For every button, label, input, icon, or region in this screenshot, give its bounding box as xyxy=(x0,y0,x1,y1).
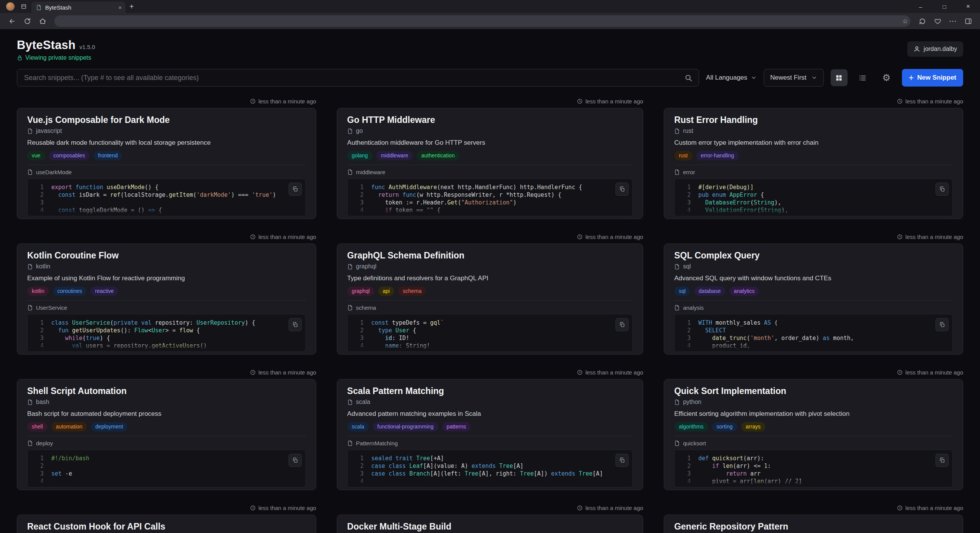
tag-pill[interactable]: shell xyxy=(27,422,47,432)
snippet-file[interactable]: useDarkMode xyxy=(27,168,306,176)
snippet-meta: less than a minute ago xyxy=(337,368,643,377)
address-bar[interactable]: ☆ xyxy=(54,15,910,27)
tag-pill[interactable]: authentication xyxy=(416,151,459,160)
tag-pill[interactable]: rust xyxy=(674,151,692,160)
snippet-card[interactable]: Kotlin Coroutine Flow kotlin Example of … xyxy=(17,244,316,355)
refresh-icon[interactable] xyxy=(21,15,34,28)
maximize-button[interactable]: □ xyxy=(933,0,956,13)
snippet-card[interactable]: GraphQL Schema Definition graphql Type d… xyxy=(337,244,643,355)
snippet-file[interactable]: quicksort xyxy=(674,440,953,447)
user-name: jordan.dalby xyxy=(924,46,957,52)
tag-pill[interactable]: error-handling xyxy=(696,151,739,160)
copy-button[interactable] xyxy=(289,183,302,196)
tag-pill[interactable]: coroutines xyxy=(53,286,87,296)
snippet-file[interactable]: error xyxy=(674,168,953,176)
copy-button[interactable] xyxy=(289,454,302,467)
profile-avatar[interactable] xyxy=(6,2,15,11)
copy-button[interactable] xyxy=(616,183,629,196)
snippet-cell: less than a minute ago Scala Pattern Mat… xyxy=(337,368,643,490)
grid-view-button[interactable] xyxy=(831,69,848,86)
tag-pill[interactable]: frontend xyxy=(93,151,122,160)
snippet-card[interactable]: Generic Repository Pattern c# xyxy=(664,515,963,533)
search-input[interactable] xyxy=(17,69,699,86)
code-lines: 1def quicksort(arr):2 if len(arr) <= 1:3… xyxy=(680,455,947,487)
tag-pill[interactable]: golang xyxy=(347,151,372,160)
tag-pill[interactable]: automation xyxy=(51,422,87,432)
tag-pill[interactable]: sql xyxy=(674,286,690,296)
privacy-status[interactable]: Viewing private snippets xyxy=(17,54,91,61)
snippet-card[interactable]: Docker Multi-Stage Build dockerfile xyxy=(337,515,643,533)
snippet-file[interactable]: PatternMatching xyxy=(347,440,633,447)
tag-pill[interactable]: analytics xyxy=(729,286,759,296)
snippet-card[interactable]: React Custom Hook for API Calls javascri… xyxy=(17,515,316,533)
tag-pill[interactable]: composables xyxy=(49,151,90,160)
snippet-timestamp: less than a minute ago xyxy=(905,98,963,105)
browser-tab[interactable]: ByteStash × xyxy=(31,2,126,13)
snippet-card[interactable]: Vue.js Composable for Dark Mode javascri… xyxy=(17,108,316,219)
snippet-card[interactable]: Shell Script Automation bash Bash script… xyxy=(17,379,316,490)
tag-pill[interactable]: reactive xyxy=(90,286,118,296)
snippet-tags: kotlincoroutinesreactive xyxy=(27,286,306,296)
user-icon xyxy=(913,46,920,52)
minimize-button[interactable]: – xyxy=(909,0,933,13)
code-file-icon xyxy=(27,128,33,134)
tag-pill[interactable]: vue xyxy=(27,151,45,160)
settings-gear-icon[interactable]: ⚙ xyxy=(878,69,895,86)
snippet-file[interactable]: deploy xyxy=(27,440,306,447)
tag-pill[interactable]: graphql xyxy=(347,286,374,296)
code-file-icon xyxy=(674,399,680,405)
code-lines: 1class UserService(private val repositor… xyxy=(33,319,300,352)
tag-pill[interactable]: database xyxy=(694,286,725,296)
tag-pill[interactable]: functional-programming xyxy=(373,422,438,432)
tag-pill[interactable]: sorting xyxy=(712,422,737,432)
snippet-card[interactable]: SQL Complex Query sql Advanced SQL query… xyxy=(664,244,963,355)
card-divider xyxy=(674,436,953,436)
copy-button[interactable] xyxy=(616,318,629,331)
sidebar-toggle-icon[interactable] xyxy=(962,15,975,28)
card-divider xyxy=(27,300,306,301)
new-snippet-button[interactable]: + New Snippet xyxy=(902,69,963,87)
tag-pill[interactable]: algorithms xyxy=(674,422,708,432)
snippet-card[interactable]: Go HTTP Middleware go Authentication mid… xyxy=(337,108,643,219)
close-window-button[interactable]: × xyxy=(956,0,980,13)
tag-pill[interactable]: deployment xyxy=(91,422,127,432)
snippet-card[interactable]: Rust Error Handling rust Custom error ty… xyxy=(664,108,963,219)
more-menu-icon[interactable]: ⋯ xyxy=(946,15,959,28)
snippet-file[interactable]: schema xyxy=(347,304,633,311)
home-icon[interactable] xyxy=(36,15,49,28)
snippet-file[interactable]: UserService xyxy=(27,304,306,311)
tag-pill[interactable]: patterns xyxy=(442,422,471,432)
tag-pill[interactable]: arrays xyxy=(741,422,765,432)
snippet-cell: less than a minute ago Rust Error Handli… xyxy=(664,96,963,219)
workspaces-icon[interactable] xyxy=(18,1,29,12)
snippet-file-label: middleware xyxy=(356,168,385,176)
tab-close-icon[interactable]: × xyxy=(118,5,122,10)
snippet-card[interactable]: Scala Pattern Matching scala Advanced pa… xyxy=(337,379,643,490)
copy-button[interactable] xyxy=(289,318,302,331)
copy-button[interactable] xyxy=(936,318,949,331)
list-view-button[interactable] xyxy=(854,69,871,86)
clock-icon xyxy=(577,505,583,511)
snippet-language: graphql xyxy=(347,263,633,270)
tag-pill[interactable]: kotlin xyxy=(27,286,49,296)
browser-sync-icon[interactable] xyxy=(916,15,929,28)
user-menu[interactable]: jordan.dalby xyxy=(907,41,963,57)
tag-pill[interactable]: middleware xyxy=(376,151,413,160)
snippet-card[interactable]: Quick Sort Implementation python Efficie… xyxy=(664,379,963,490)
tag-pill[interactable]: api xyxy=(378,286,395,296)
snippet-file[interactable]: middleware xyxy=(347,168,633,176)
tag-pill[interactable]: scala xyxy=(347,422,369,432)
back-icon[interactable] xyxy=(5,15,18,28)
favorites-heart-icon[interactable] xyxy=(931,15,944,28)
snippet-timestamp: less than a minute ago xyxy=(258,234,316,240)
tag-pill[interactable]: schema xyxy=(398,286,426,296)
copy-button[interactable] xyxy=(616,454,629,467)
copy-button[interactable] xyxy=(936,454,949,467)
snippet-file[interactable]: analysis xyxy=(674,304,953,311)
new-tab-button[interactable]: + xyxy=(129,3,134,10)
language-filter-dropdown[interactable]: All Languages xyxy=(706,74,757,82)
bookmark-star-icon[interactable]: ☆ xyxy=(902,18,908,25)
copy-button[interactable] xyxy=(936,183,949,196)
card-divider xyxy=(347,300,633,301)
sort-dropdown[interactable]: Newest First xyxy=(764,69,823,87)
